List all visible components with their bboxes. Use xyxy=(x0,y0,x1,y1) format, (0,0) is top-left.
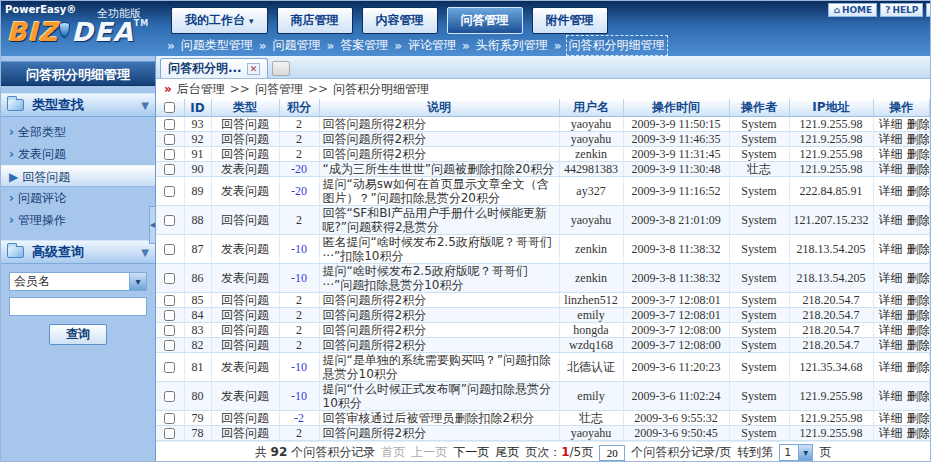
cell-description: 回答问题所得2积分 xyxy=(319,132,559,147)
row-checkbox[interactable] xyxy=(164,295,175,306)
detail-link[interactable]: 详细 xyxy=(879,293,903,307)
cell-type: 发表问题 xyxy=(211,235,279,264)
query-button[interactable]: 查询 xyxy=(49,324,107,345)
detail-link[interactable]: 详细 xyxy=(879,411,903,425)
cell-id: 79 xyxy=(184,411,211,426)
detail-link[interactable]: 详细 xyxy=(879,271,903,285)
next-page-link[interactable]: 下一页 xyxy=(453,444,489,461)
cell-points: -10 xyxy=(279,264,319,293)
close-button[interactable]: ✕ xyxy=(926,3,931,17)
section-type-search[interactable]: 类型查找 ▼ xyxy=(1,93,155,117)
cell-ip: 121.9.255.98 xyxy=(789,117,873,132)
close-tab-icon[interactable]: ✕ xyxy=(247,63,261,75)
per-page-input[interactable] xyxy=(599,445,625,461)
collapse-caret-icon[interactable]: ▼ xyxy=(141,247,149,258)
row-checkbox[interactable] xyxy=(164,340,175,351)
row-checkbox[interactable] xyxy=(164,428,175,439)
nav-tab[interactable]: 商店管理 xyxy=(277,7,353,34)
delete-link[interactable]: 删除 xyxy=(907,338,930,352)
delete-link[interactable]: 删除 xyxy=(907,360,930,374)
detail-link[interactable]: 详细 xyxy=(879,184,903,198)
last-page-link[interactable]: 尾页 xyxy=(495,444,519,461)
delete-link[interactable]: 删除 xyxy=(907,184,930,198)
home-button[interactable]: ⌂HOME xyxy=(828,3,877,17)
nav-tab[interactable]: 我的工作台▾ xyxy=(171,7,268,34)
subnav-item[interactable]: 头衔系列管理 xyxy=(474,36,550,55)
row-checkbox[interactable] xyxy=(164,325,175,336)
row-checkbox[interactable] xyxy=(164,391,175,402)
cell-ip: 121.35.34.68 xyxy=(789,353,873,382)
delete-link[interactable]: 删除 xyxy=(907,147,930,161)
subnav-item[interactable]: 问题管理 xyxy=(271,36,323,55)
query-keyword-input[interactable] xyxy=(9,297,147,316)
table-header-row: ID 类型 积分 说明 用户名 操作时间 操作者 IP地址 操作 xyxy=(156,99,930,117)
row-checkbox[interactable] xyxy=(164,413,175,424)
cell-actions: 详细删除 xyxy=(873,132,930,147)
detail-link[interactable]: 详细 xyxy=(879,213,903,227)
delete-link[interactable]: 删除 xyxy=(907,293,930,307)
select-all-checkbox[interactable] xyxy=(164,102,175,113)
delete-link[interactable]: 删除 xyxy=(907,308,930,322)
row-checkbox[interactable] xyxy=(164,215,175,226)
delete-link[interactable]: 删除 xyxy=(907,323,930,337)
detail-link[interactable]: 详细 xyxy=(879,308,903,322)
sidebar-item-问题评论[interactable]: ›问题评论 xyxy=(1,187,155,209)
row-checkbox[interactable] xyxy=(164,362,175,373)
subnav-item[interactable]: 问题类型管理 xyxy=(179,36,255,55)
subnav-item[interactable]: 答案管理 xyxy=(338,36,390,55)
detail-link[interactable]: 详细 xyxy=(879,242,903,256)
cell-ip: 121.9.255.98 xyxy=(789,147,873,162)
detail-link[interactable]: 详细 xyxy=(879,338,903,352)
row-checkbox[interactable] xyxy=(164,149,175,160)
nav-tab[interactable]: 附件管理 xyxy=(532,7,608,34)
detail-link[interactable]: 详细 xyxy=(879,426,903,440)
goto-page-select[interactable]: 1 ▾ xyxy=(779,444,813,461)
detail-link[interactable]: 详细 xyxy=(879,132,903,146)
delete-link[interactable]: 删除 xyxy=(907,162,930,176)
delete-link[interactable]: 删除 xyxy=(907,117,930,131)
section-advanced-query[interactable]: 高级查询 ▼ xyxy=(1,240,155,264)
content-tab[interactable]: 问答积分明... ✕ xyxy=(160,58,268,78)
breadcrumb-item[interactable]: 问答管理 xyxy=(255,81,303,98)
delete-link[interactable]: 删除 xyxy=(907,411,930,425)
delete-link[interactable]: 删除 xyxy=(907,426,930,440)
cell-operator: System xyxy=(729,264,789,293)
cell-points: 2 xyxy=(279,147,319,162)
delete-link[interactable]: 删除 xyxy=(907,389,930,403)
row-checkbox[interactable] xyxy=(164,186,175,197)
detail-link[interactable]: 详细 xyxy=(879,389,903,403)
sidebar-item-管理操作[interactable]: ›管理操作 xyxy=(1,209,155,231)
nav-tab[interactable]: 内容管理 xyxy=(362,7,438,34)
cell-operator: System xyxy=(729,338,789,353)
delete-link[interactable]: 删除 xyxy=(907,242,930,256)
breadcrumb-item[interactable]: 后台管理 xyxy=(177,81,225,98)
subnav-item[interactable]: 评论管理 xyxy=(406,36,458,55)
breadcrumb-item[interactable]: 问答积分明细管理 xyxy=(333,81,429,98)
sidebar-collapse-handle[interactable]: ◀ xyxy=(149,206,156,244)
tab-stub[interactable] xyxy=(272,61,290,76)
sidebar-item-全部类型[interactable]: ›全部类型 xyxy=(1,121,155,143)
cell-username: yaoyahu xyxy=(559,206,623,235)
member-field-select[interactable]: 会员名 ▾ xyxy=(9,272,147,291)
sidebar-item-回答问题[interactable]: ▶回答问题 xyxy=(1,165,155,187)
help-button[interactable]: ?HELP xyxy=(880,3,923,17)
delete-link[interactable]: 删除 xyxy=(907,132,930,146)
row-checkbox[interactable] xyxy=(164,164,175,175)
row-checkbox[interactable] xyxy=(164,244,175,255)
sidebar-item-发表问题[interactable]: ›发表问题 xyxy=(1,143,155,165)
brand-area: PowerEasy® 全功能版 BIZ DEA TM xyxy=(1,1,166,56)
nav-tab[interactable]: 问答管理 xyxy=(447,7,523,34)
subnav-item[interactable]: 问答积分明细管理 xyxy=(566,35,668,56)
detail-link[interactable]: 详细 xyxy=(879,323,903,337)
detail-link[interactable]: 详细 xyxy=(879,162,903,176)
row-checkbox[interactable] xyxy=(164,273,175,284)
detail-link[interactable]: 详细 xyxy=(879,360,903,374)
detail-link[interactable]: 详细 xyxy=(879,147,903,161)
collapse-caret-icon[interactable]: ▼ xyxy=(141,100,149,111)
row-checkbox[interactable] xyxy=(164,119,175,130)
row-checkbox[interactable] xyxy=(164,134,175,145)
row-checkbox[interactable] xyxy=(164,310,175,321)
delete-link[interactable]: 删除 xyxy=(907,271,930,285)
detail-link[interactable]: 详细 xyxy=(879,117,903,131)
delete-link[interactable]: 删除 xyxy=(907,213,930,227)
